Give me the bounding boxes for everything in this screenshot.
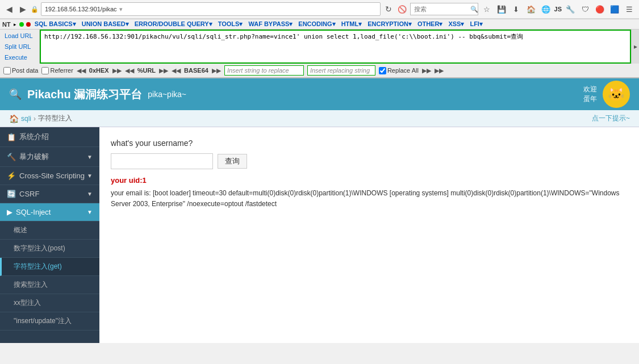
question-label: what's your username? xyxy=(111,139,628,148)
post-data-checkbox-label[interactable]: Post data xyxy=(3,67,38,74)
app-header: 🔍 Pikachu 漏洞练习平台 pika~pika~ 欢迎 蛋年 🐱 xyxy=(0,78,639,110)
hackbar-url-section: Load URL Split URL Execute http://192.16… xyxy=(0,30,639,64)
sidebar-item-sqlinject[interactable]: ▶ SQL-Inject ▼ xyxy=(0,203,99,221)
bookmark-star[interactable]: ☆ xyxy=(481,3,493,15)
app-user-area: 欢迎 蛋年 🐱 xyxy=(583,81,630,108)
csrf-label: CSRF xyxy=(19,190,39,198)
avatar: 🐱 xyxy=(603,81,630,108)
sql-icon: ▶ xyxy=(7,208,12,216)
sql-label: SQL-Inject xyxy=(16,208,51,216)
referrer-checkbox[interactable] xyxy=(41,67,49,74)
dot-red xyxy=(26,22,31,27)
referrer-checkbox-label[interactable]: Referrer xyxy=(41,67,73,74)
encoding-menu[interactable]: ENCODING▾ xyxy=(298,20,335,28)
replace-all-checkbox[interactable] xyxy=(379,67,386,74)
encryption-menu[interactable]: ENCRYPTION▾ xyxy=(367,20,412,28)
uid-value: 1 xyxy=(143,176,147,185)
block-icon: 🚫 xyxy=(398,5,407,14)
sql-basics-menu[interactable]: SQL BASICS▾ xyxy=(35,20,76,28)
breadcrumb-sqli-link[interactable]: sqli xyxy=(21,115,31,123)
csrf-icon: 🔄 xyxy=(7,190,16,198)
nt-label: NT xyxy=(2,21,11,28)
string-replacing-input[interactable] xyxy=(307,65,375,76)
arrow3-left: ◀◀ xyxy=(172,67,181,74)
forward-button[interactable]: ▶ xyxy=(17,3,28,15)
download-icon[interactable]: ⬇ xyxy=(510,3,523,15)
input-row: 查询 xyxy=(111,153,628,169)
brute-label: 暴力破解 xyxy=(19,152,49,162)
hex-label: 0xHEX xyxy=(89,67,109,74)
post-data-label: Post data xyxy=(12,67,38,74)
extension2-icon[interactable]: 🟦 xyxy=(608,3,621,15)
address-extra: ▾ xyxy=(119,6,123,13)
arrow4-right1: ▶▶ xyxy=(422,67,431,74)
xss-label: Cross-Site Scripting xyxy=(19,171,85,180)
js-label: JS xyxy=(554,6,562,12)
arrow1-left: ◀◀ xyxy=(77,67,86,74)
hackbar-left-buttons: Load URL Split URL Execute xyxy=(0,30,40,64)
security-icon: 🔒 xyxy=(31,6,39,13)
replace-all-checkbox-label[interactable]: Replace All xyxy=(379,67,419,74)
welcome-label: 欢迎 xyxy=(583,85,597,94)
xss-menu[interactable]: XSS▾ xyxy=(448,20,464,28)
execute-button[interactable]: Execute xyxy=(2,53,37,61)
referrer-label: Referrer xyxy=(50,67,73,74)
content-area: what's your username? 查询 your uid:1 your… xyxy=(99,127,639,343)
breadcrumb: 🏠 sqli › 字符型注入 xyxy=(9,114,72,123)
menu-icon[interactable]: ☰ xyxy=(623,3,636,15)
csrf-arrow-icon: ▼ xyxy=(87,191,93,197)
waf-bypass-menu[interactable]: WAF BYPASS▾ xyxy=(248,20,293,28)
sidebar-sub-numeric-post[interactable]: 数字型注入(post) xyxy=(0,240,99,258)
base64-label: BASE64 xyxy=(184,67,208,74)
arrow2-left: ◀◀ xyxy=(125,67,134,74)
uid-result: your uid:1 xyxy=(111,176,628,185)
hint-link[interactable]: 点一下提示~ xyxy=(592,114,630,123)
html-menu[interactable]: HTML▾ xyxy=(341,20,362,28)
string-to-replace-input[interactable] xyxy=(224,65,304,76)
username-input[interactable] xyxy=(111,153,213,169)
address-text: 192.168.56.132:901/pikac xyxy=(45,6,117,12)
tools-icon[interactable]: 🔧 xyxy=(564,3,577,15)
sidebar-item-brute[interactable]: 🔨 暴力破解 ▼ xyxy=(0,147,99,167)
sidebar-sub-string-get[interactable]: 字符型注入(get) xyxy=(0,258,99,276)
lfi-menu[interactable]: LFI▾ xyxy=(470,20,483,28)
union-based-menu[interactable]: UNION BASED▾ xyxy=(82,20,129,28)
intro-icon: 📋 xyxy=(7,133,16,141)
breadcrumb-home-icon: 🏠 xyxy=(9,114,19,123)
search-input[interactable] xyxy=(410,3,478,15)
extension1-icon[interactable]: 🔴 xyxy=(594,3,606,15)
email-label: your email is: xyxy=(111,189,151,197)
query-button[interactable]: 查询 xyxy=(218,154,247,169)
sidebar-item-xss[interactable]: ⚡ Cross-Site Scripting ▼ xyxy=(0,167,99,185)
error-double-menu[interactable]: ERROR/DOUBLE QUERY▾ xyxy=(135,20,212,28)
xss-icon: ⚡ xyxy=(7,171,16,180)
sidebar-item-intro[interactable]: 📋 系统介绍 xyxy=(0,127,99,147)
home-icon[interactable]: 🏠 xyxy=(525,3,537,15)
app-title: Pikachu 漏洞练习平台 xyxy=(27,87,142,102)
app-search-icon: 🔍 xyxy=(9,88,22,101)
shield-icon[interactable]: 🛡 xyxy=(579,3,591,15)
sidebar-sub-insert-update[interactable]: "insert/update"注入 xyxy=(0,312,99,330)
sidebar-sub-xx[interactable]: xx型注入 xyxy=(0,294,99,312)
load-url-button[interactable]: Load URL xyxy=(2,32,37,40)
brute-icon: 🔨 xyxy=(7,153,16,161)
xss-arrow-icon: ▼ xyxy=(87,173,93,179)
other-menu[interactable]: OTHER▾ xyxy=(417,20,443,28)
app-welcome-text: 欢迎 蛋年 xyxy=(583,85,597,104)
post-data-checkbox[interactable] xyxy=(3,67,11,74)
app-subtitle: pika~pika~ xyxy=(148,90,186,99)
percent-url-label: %URL xyxy=(137,67,156,74)
sidebar-sub-overview[interactable]: 概述 xyxy=(0,221,99,240)
back-button[interactable]: ◀ xyxy=(3,3,15,15)
sidebar-sub-search[interactable]: 搜索型注入 xyxy=(0,276,99,294)
save-icon[interactable]: 💾 xyxy=(495,3,508,15)
globe-icon[interactable]: 🌐 xyxy=(540,3,552,15)
sidebar-item-csrf[interactable]: 🔄 CSRF ▼ xyxy=(0,185,99,203)
split-url-button[interactable]: Split URL xyxy=(2,43,37,51)
collapse-arrow-icon: ▸ xyxy=(634,43,637,51)
hackbar-right-collapse[interactable]: ▸ xyxy=(631,30,639,64)
address-bar-container: 192.168.56.132:901/pikac ▾ xyxy=(41,2,381,16)
refresh-button[interactable]: ↻ xyxy=(383,3,394,15)
hackbar-url-textarea[interactable]: http://192.168.56.132:901/pikachu/vul/sq… xyxy=(40,30,631,64)
tools-menu[interactable]: TOOLS▾ xyxy=(218,20,243,28)
